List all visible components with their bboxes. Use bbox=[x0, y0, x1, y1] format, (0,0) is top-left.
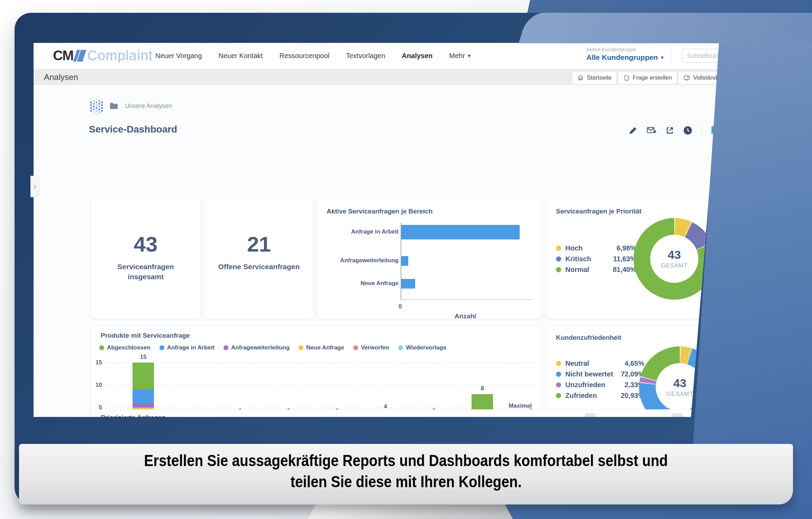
legend-dot bbox=[556, 372, 561, 377]
hbar-category-label: Anfrageweiterleitung bbox=[340, 257, 399, 264]
legend-item[interactable]: Anfrage in Arbeit bbox=[159, 344, 215, 351]
folder-icon bbox=[110, 102, 118, 109]
chart-title: Kundenzufriedenheit bbox=[556, 334, 621, 342]
legend-label: Nicht bewertet bbox=[565, 370, 621, 378]
legend-label: Normal bbox=[565, 266, 613, 274]
nav-item-ressourcenpool[interactable]: Ressourcenpool bbox=[279, 52, 329, 60]
caption-line-2: teilen Sie diese mit Ihren Kollegen. bbox=[290, 471, 521, 492]
gridline bbox=[105, 363, 534, 363]
customer-group-value[interactable]: Alle Kundengruppen▼ bbox=[586, 53, 664, 62]
nav-item-analysen[interactable]: Analysen bbox=[402, 52, 432, 60]
nav-item-neuer-kontakt[interactable]: Neuer Kontakt bbox=[219, 52, 263, 60]
hbar-chart: 0 Anzahl Anfrage in ArbeitAnfrageweiterl… bbox=[317, 200, 542, 319]
legend-dot bbox=[99, 345, 104, 350]
nav-item-neuer-vorgang[interactable]: Neuer Vorgang bbox=[155, 52, 202, 60]
logo-cm-text: CM bbox=[53, 48, 73, 63]
main-nav: Neuer Vorgang Neuer Kontakt Ressourcenpo… bbox=[155, 43, 472, 69]
legend-row[interactable]: Hoch6,98% bbox=[556, 244, 636, 252]
history-clock-icon[interactable] bbox=[683, 126, 692, 135]
chart-title: Produkte mit Serviceanfrage bbox=[101, 332, 190, 339]
legend-dot bbox=[299, 345, 303, 350]
x-axis-origin-label: 0 bbox=[399, 303, 402, 310]
maximal-threshold-label: Maximal bbox=[509, 402, 532, 409]
legend-label: Neutral bbox=[565, 359, 624, 367]
gridline bbox=[105, 385, 534, 386]
legend-item[interactable]: Neue Anfrage bbox=[299, 344, 344, 351]
mail-add-icon[interactable] bbox=[647, 126, 656, 135]
legend-dot bbox=[556, 361, 561, 366]
customer-group-label: Aktive Kundengruppe bbox=[586, 46, 664, 53]
y-axis-tick: 10 bbox=[95, 382, 102, 389]
breadcrumb: Unsere Analysen bbox=[89, 98, 172, 114]
legend-row[interactable]: Normal81,40% bbox=[556, 266, 636, 274]
legend-dot bbox=[398, 345, 403, 350]
breadcrumb-folder-label[interactable]: Unsere Analysen bbox=[125, 102, 172, 110]
legend-item[interactable]: Verworfen bbox=[353, 344, 389, 351]
sidebar-expand-tab[interactable]: › bbox=[30, 176, 40, 197]
caption-banner: Erstellen Sie aussagekräftige Reports un… bbox=[19, 444, 793, 504]
gridline bbox=[105, 408, 534, 408]
legend-dot bbox=[556, 393, 561, 398]
legend-row[interactable]: Unzufrieden2,33% bbox=[556, 381, 644, 389]
legend-row[interactable]: Neutral4,65% bbox=[556, 359, 644, 367]
legend-label: Unzufrieden bbox=[565, 381, 624, 389]
chevron-down-icon: ▼ bbox=[467, 53, 472, 58]
hbar-category-label: Anfrage in Arbeit bbox=[351, 228, 399, 235]
kpi-value: 43 bbox=[91, 232, 200, 256]
nav-item-mehr[interactable]: Mehr▼ bbox=[449, 52, 471, 60]
bar-total-label: 8 bbox=[472, 385, 493, 392]
legend-percent: 81,40% bbox=[613, 266, 636, 274]
chart-legend: AbgeschlossenAnfrage in ArbeitAnfragewei… bbox=[99, 344, 446, 351]
legend-item[interactable]: Wiedervorlage bbox=[398, 344, 446, 351]
donut-center-label: GESAMT bbox=[666, 391, 693, 398]
hbar-category-label: Neue Anfrage bbox=[361, 280, 399, 287]
frage-erstellen-button[interactable]: Frage erstellen bbox=[618, 71, 677, 84]
legend-row[interactable]: Kritisch11,63% bbox=[556, 255, 636, 263]
backdrop-light-panel-top bbox=[519, 13, 812, 43]
app-window: CMComplaint Neuer Vorgang Neuer Kontakt … bbox=[34, 43, 721, 417]
y-axis-tick: 15 bbox=[95, 359, 102, 366]
app-logo[interactable]: CMComplaint bbox=[53, 48, 153, 63]
legend-dot bbox=[556, 267, 561, 272]
dashboard-title: Service-Dashboard bbox=[89, 124, 177, 135]
legend-percent: 4,65% bbox=[624, 359, 644, 367]
bar-total-label: 15 bbox=[133, 354, 154, 361]
donut-center-label: GESAMT bbox=[661, 262, 688, 269]
kpi-card-total[interactable]: 43 Serviceanfragen insgesamt bbox=[91, 200, 201, 319]
startseite-button[interactable]: Startseite bbox=[572, 71, 617, 84]
legend-label: Zufrieden bbox=[565, 392, 621, 400]
create-question-icon bbox=[623, 74, 630, 81]
legend-dot bbox=[159, 345, 164, 350]
caption-line-1: Erstellen Sie aussagekräftige Reports un… bbox=[144, 450, 668, 471]
nav-item-textvorlagen[interactable]: Textvorlagen bbox=[346, 52, 385, 60]
kpi-label: Offene Serviceanfragen bbox=[216, 262, 303, 272]
hbar-bar[interactable] bbox=[401, 256, 408, 266]
legend-dot bbox=[223, 345, 228, 350]
legend-row[interactable]: Zufrieden20,93% bbox=[556, 392, 644, 400]
legend-label: Hoch bbox=[565, 244, 617, 252]
legend-item[interactable]: Anfrageweiterleitung bbox=[223, 344, 290, 351]
external-link-icon[interactable] bbox=[665, 126, 674, 135]
legend-item[interactable]: Abgeschlossen bbox=[99, 344, 150, 351]
kpi-card-open[interactable]: 21 Offene Serviceanfragen bbox=[204, 200, 314, 319]
edit-pencil-icon[interactable] bbox=[629, 126, 638, 135]
hbar-bar[interactable] bbox=[401, 225, 520, 239]
analytics-grid-icon bbox=[89, 98, 104, 114]
legend-dot bbox=[556, 256, 561, 262]
kpi-label: Serviceanfragen insgesamt bbox=[102, 262, 190, 282]
bar-total-label: 4 bbox=[375, 403, 396, 410]
customer-group-selector[interactable]: Aktive Kundengruppe Alle Kundengruppen▼ bbox=[586, 46, 664, 62]
donut-center-value: 43 bbox=[668, 248, 681, 262]
chart-legend: Neutral4,65%Nicht bewertet72,09%Unzufrie… bbox=[556, 359, 644, 400]
page-title: Analysen bbox=[44, 72, 78, 82]
x-axis-line bbox=[401, 299, 531, 300]
topbar-divider bbox=[671, 46, 672, 66]
bar-segment bbox=[133, 363, 154, 390]
hbar-bar[interactable] bbox=[401, 279, 415, 289]
legend-percent: 11,63% bbox=[613, 255, 636, 263]
legend-row[interactable]: Nicht bewertet72,09% bbox=[556, 370, 644, 378]
chart-card-bereich[interactable]: Aktive Serviceanfragen je Bereich 0 Anza… bbox=[317, 200, 542, 319]
bar-segment bbox=[133, 403, 154, 408]
kpi-value: 21 bbox=[204, 232, 313, 256]
dashboard-content: Unsere Analysen Service-Dashboard 43 Ser… bbox=[34, 85, 721, 417]
